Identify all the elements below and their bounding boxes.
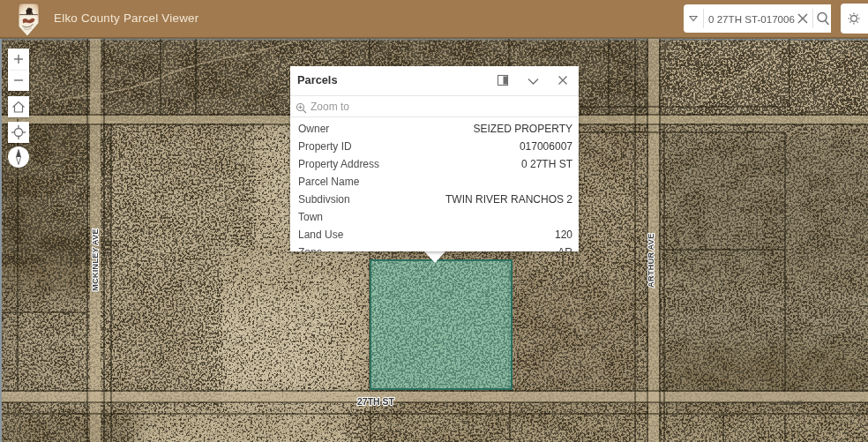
- svg-text:MCKINLEY AVE: MCKINLEY AVE: [90, 228, 100, 291]
- svg-text:E.C.A.R.: E.C.A.R.: [780, 400, 804, 406]
- svg-text:27TH ST: 27TH ST: [357, 396, 395, 407]
- svg-text:0 27TH ST-01700600: 0 27TH ST-01700600: [708, 13, 806, 25]
- svg-text:ARTHUR AVE: ARTHUR AVE: [646, 234, 655, 288]
